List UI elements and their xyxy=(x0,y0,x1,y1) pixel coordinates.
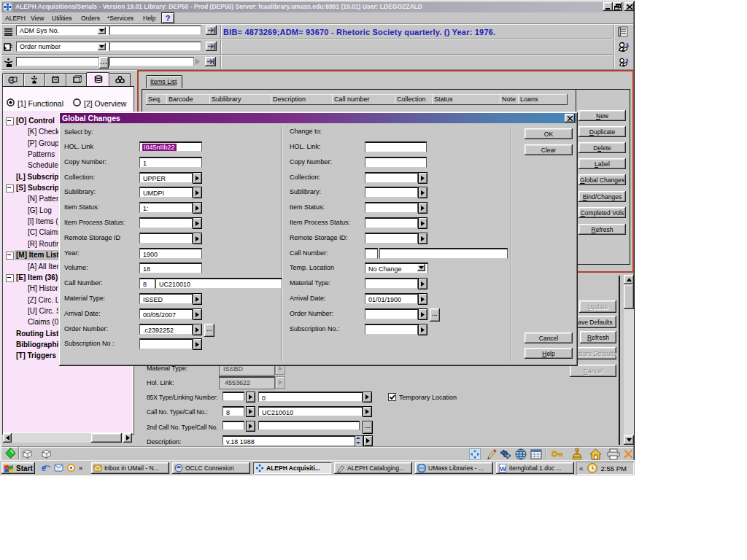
svg-text:W: W xyxy=(500,465,506,472)
